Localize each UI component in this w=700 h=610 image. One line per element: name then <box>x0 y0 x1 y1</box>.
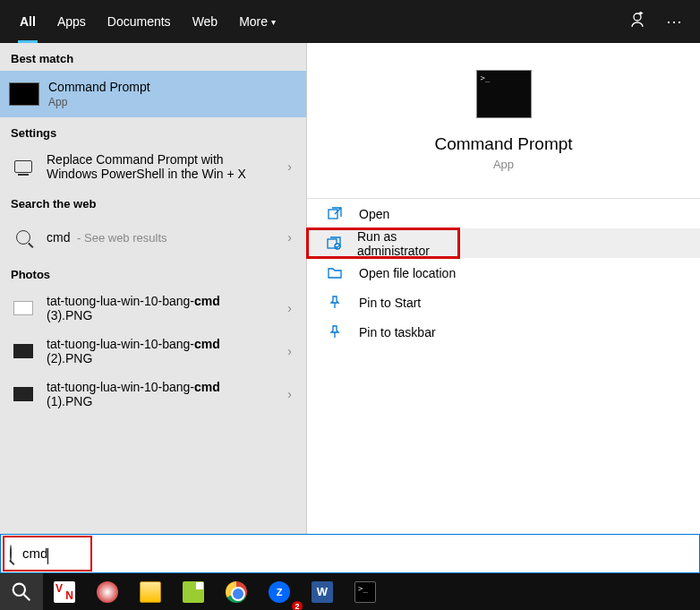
section-best-match: Best match <box>0 43 306 71</box>
chevron-down-icon: ▾ <box>271 17 276 27</box>
taskbar-notepad[interactable] <box>172 573 215 610</box>
chevron-right-icon: › <box>282 387 297 401</box>
photo-thumb-icon <box>9 380 38 408</box>
tab-documents[interactable]: Documents <box>97 0 182 43</box>
more-options-icon[interactable]: ⋯ <box>666 12 682 31</box>
result-subtitle: App <box>48 96 297 108</box>
taskbar-snagit[interactable] <box>86 573 129 610</box>
result-title: cmd - See web results <box>47 230 282 245</box>
search-icon <box>9 223 38 252</box>
action-open-file-location[interactable]: Open file location <box>307 258 700 288</box>
result-web-cmd[interactable]: cmd - See web results › <box>0 216 306 259</box>
search-bar[interactable]: cmd <box>0 534 700 573</box>
pin-icon <box>327 295 343 311</box>
result-replace-cmd-powershell[interactable]: Replace Command Prompt withWindows Power… <box>0 145 306 188</box>
result-title: Command Prompt <box>48 80 297 94</box>
tab-more[interactable]: More▾ <box>228 0 286 43</box>
folder-icon <box>327 265 343 281</box>
taskbar-file-explorer[interactable] <box>129 573 172 610</box>
tab-all[interactable]: All <box>9 0 47 43</box>
preview-thumbnail <box>476 70 532 118</box>
taskbar-search-button[interactable] <box>0 573 43 610</box>
svg-point-3 <box>335 244 340 249</box>
taskbar: Z W <box>0 573 700 610</box>
action-label: Open <box>359 207 389 221</box>
monitor-icon <box>9 152 38 181</box>
action-label: Pin to taskbar <box>359 325 436 339</box>
result-photo[interactable]: tat-tuong-lua-win-10-bang-cmd(2).PNG› <box>0 330 306 373</box>
preview-title: Command Prompt <box>307 134 700 154</box>
section-photos: Photos <box>0 259 306 287</box>
action-open[interactable]: Open <box>307 199 700 228</box>
action-list: Open Run as administrator Open file loca… <box>307 198 700 347</box>
pin-icon <box>327 324 343 340</box>
action-label: Open file location <box>359 266 456 280</box>
action-pin-to-start[interactable]: Pin to Start <box>307 288 700 317</box>
taskbar-zalo[interactable]: Z <box>258 573 301 610</box>
tab-web[interactable]: Web <box>182 0 229 43</box>
preview-panel: Command Prompt App Open Run as administr… <box>306 43 700 534</box>
result-title: tat-tuong-lua-win-10-bang-cmd(2).PNG <box>47 337 282 365</box>
results-panel: Best match Command Prompt App Settings R… <box>0 43 306 534</box>
chevron-right-icon: › <box>282 301 297 315</box>
section-search-web: Search the web <box>0 188 306 216</box>
cmd-icon <box>9 82 39 106</box>
action-run-as-admin[interactable]: Run as administrator <box>307 228 459 258</box>
svg-rect-1 <box>329 210 337 219</box>
chevron-right-icon: › <box>282 344 297 358</box>
preview-subtitle: App <box>307 158 700 171</box>
result-photo[interactable]: tat-tuong-lua-win-10-bang-cmd(1).PNG› <box>0 373 306 416</box>
photo-thumb-icon <box>9 294 38 322</box>
action-label: Run as administrator <box>357 229 459 258</box>
photo-thumb-icon <box>9 337 38 365</box>
admin-icon <box>327 236 341 252</box>
chevron-right-icon: › <box>282 159 297 174</box>
taskbar-unikey[interactable] <box>43 573 86 610</box>
result-title: Replace Command Prompt withWindows Power… <box>47 152 282 181</box>
taskbar-chrome[interactable] <box>215 573 258 610</box>
action-pin-to-taskbar[interactable]: Pin to taskbar <box>307 317 700 347</box>
result-title: tat-tuong-lua-win-10-bang-cmd(3).PNG <box>47 294 282 322</box>
taskbar-word[interactable]: W <box>301 573 344 610</box>
taskbar-cmd[interactable] <box>344 573 387 610</box>
tab-apps[interactable]: Apps <box>47 0 97 43</box>
section-settings: Settings <box>0 117 306 145</box>
result-title: tat-tuong-lua-win-10-bang-cmd(1).PNG <box>47 380 282 408</box>
result-photo[interactable]: tat-tuong-lua-win-10-bang-cmd(3).PNG› <box>0 287 306 330</box>
chevron-right-icon: › <box>282 230 297 245</box>
feedback-icon[interactable] <box>630 11 648 33</box>
search-filter-tabs: All Apps Documents Web More▾ ⋯ <box>0 0 700 43</box>
result-command-prompt[interactable]: Command Prompt App <box>0 71 306 117</box>
open-icon <box>327 206 343 222</box>
action-label: Pin to Start <box>359 296 421 310</box>
svg-point-4 <box>13 583 25 595</box>
